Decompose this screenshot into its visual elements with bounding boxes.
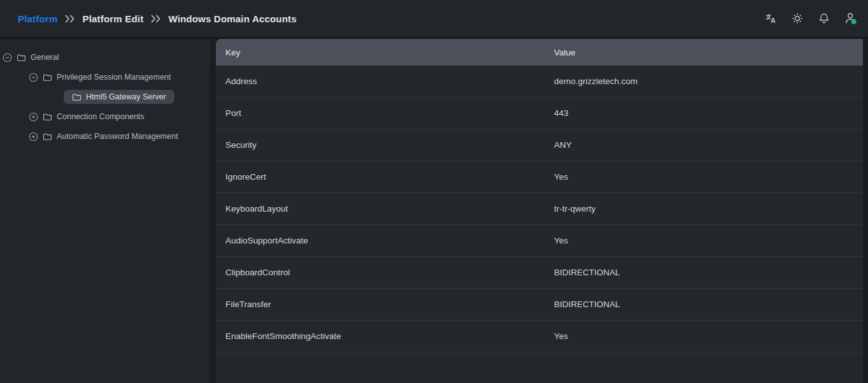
row-key: ClipboardControl [216, 268, 554, 277]
row-key: AudioSupportActivate [216, 236, 554, 245]
tree-item-label: Connection Components [57, 112, 145, 121]
top-header: Platform Platform Edit Windows Domain Ac… [0, 0, 868, 39]
tree-item-general[interactable]: General [0, 50, 210, 65]
folder-icon [17, 54, 26, 62]
table-row-keyboardlayout[interactable]: KeyboardLayout tr-tr-qwerty [216, 193, 863, 225]
row-key: IgnoreCert [216, 172, 554, 182]
table-row-audiosupportactivate[interactable]: AudioSupportActivate Yes [216, 225, 863, 257]
table-empty-area [216, 352, 863, 383]
collapse-minus-icon[interactable] [3, 53, 12, 62]
tree-item-label: General [31, 53, 59, 62]
folder-icon [43, 73, 52, 82]
column-header-value: Value [554, 48, 863, 57]
main-panel: Key Value Address demo.grizzletech.com P… [216, 39, 868, 383]
breadcrumb-platform[interactable]: Platform [18, 13, 57, 24]
table-row-port[interactable]: Port 443 [216, 98, 863, 129]
expand-plus-icon[interactable] [29, 112, 38, 122]
row-value: BIDIRECTIONAL [554, 300, 863, 309]
properties-table: Key Value Address demo.grizzletech.com P… [216, 39, 863, 383]
row-key: FileTransfer [216, 300, 554, 309]
folder-icon [72, 93, 82, 101]
selected-tree-item[interactable]: Html5 Gateway Server [64, 90, 174, 104]
expand-plus-icon[interactable] [29, 132, 38, 141]
breadcrumb-double-chevron-icon [150, 15, 161, 23]
row-key: Security [216, 140, 554, 150]
brightness-icon[interactable] [789, 10, 806, 27]
table-row-ignorecert[interactable]: IgnoreCert Yes [216, 161, 863, 193]
breadcrumb: Platform Platform Edit Windows Domain Ac… [18, 13, 297, 24]
row-value: Yes [554, 172, 863, 182]
header-actions: A [762, 10, 859, 27]
column-header-key: Key [216, 48, 554, 57]
app-root: Platform Platform Edit Windows Domain Ac… [0, 0, 868, 383]
row-value: demo.grizzletech.com [554, 76, 863, 86]
translate-icon[interactable]: A [762, 10, 779, 27]
row-key: KeyboardLayout [216, 204, 554, 213]
row-value: 443 [554, 108, 863, 118]
tree-item-privileged-session-management[interactable]: Privileged Session Management [0, 69, 210, 85]
row-key: Port [216, 108, 554, 118]
tree-item-label: Html5 Gateway Server [86, 92, 166, 101]
content-area: General Privileged Session Management Ht… [0, 39, 868, 383]
tree-item-label: Privileged Session Management [57, 73, 171, 82]
folder-icon [43, 113, 52, 121]
breadcrumb-platform-edit[interactable]: Platform Edit [82, 13, 143, 24]
user-icon[interactable] [843, 10, 859, 27]
tree-item-automatic-password-management[interactable]: Automatic Password Management [0, 129, 210, 144]
sidebar-divider [210, 39, 216, 383]
row-key: EnableFontSmoothingActivate [216, 331, 554, 341]
collapse-minus-icon[interactable] [29, 73, 38, 82]
scrollbar-gutter [863, 39, 868, 383]
table-row-security[interactable]: Security ANY [216, 129, 863, 161]
table-row-filetransfer[interactable]: FileTransfer BIDIRECTIONAL [216, 289, 863, 321]
table-row-address[interactable]: Address demo.grizzletech.com [216, 66, 863, 98]
bell-icon[interactable] [816, 10, 832, 27]
breadcrumb-current-page: Windows Domain Accounts [168, 13, 296, 24]
table-row-clipboardcontrol[interactable]: ClipboardControl BIDIRECTIONAL [216, 257, 863, 289]
row-key: Address [216, 76, 554, 86]
row-value: Yes [554, 331, 863, 341]
tree-item-connection-components[interactable]: Connection Components [0, 109, 210, 124]
breadcrumb-double-chevron-icon [64, 15, 75, 23]
row-value: ANY [554, 140, 863, 150]
row-value: Yes [554, 236, 863, 245]
folder-icon [43, 133, 52, 141]
table-header-row: Key Value [216, 39, 863, 66]
row-value: tr-tr-qwerty [554, 204, 863, 213]
table-row-enablefontsmoothingactivate[interactable]: EnableFontSmoothingActivate Yes [216, 321, 863, 352]
tree-item-html5-gateway-server[interactable]: Html5 Gateway Server [0, 89, 210, 105]
svg-text:A: A [771, 17, 776, 24]
row-value: BIDIRECTIONAL [554, 268, 863, 277]
tree-item-label: Automatic Password Management [57, 132, 178, 141]
online-status-dot [851, 19, 857, 24]
tree-sidebar: General Privileged Session Management Ht… [0, 39, 210, 383]
